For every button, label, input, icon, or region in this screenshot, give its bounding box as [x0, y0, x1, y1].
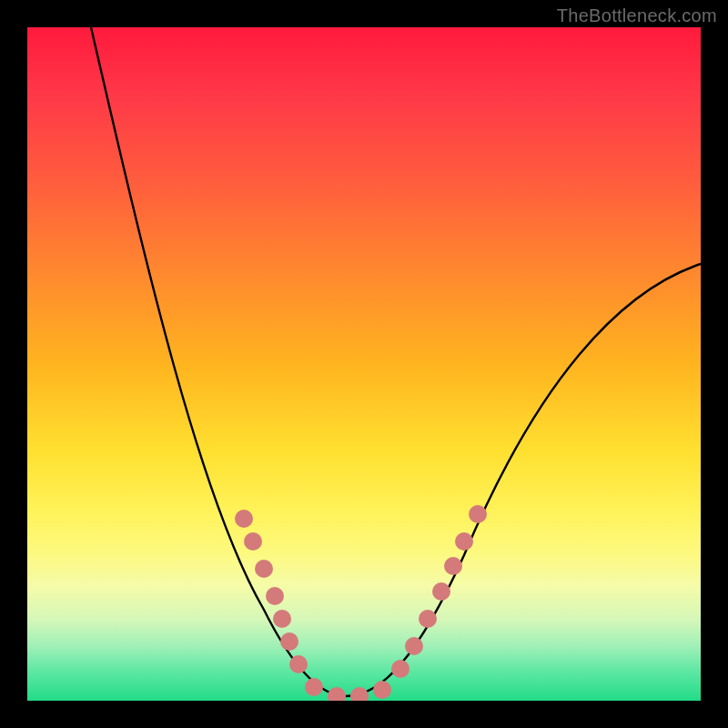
curve-marker: [305, 678, 323, 696]
curve-marker: [405, 637, 423, 655]
curve-marker: [432, 582, 450, 601]
curve-marker: [235, 510, 253, 528]
curve-marker: [255, 560, 273, 578]
chart-frame: TheBottleneck.com: [0, 0, 728, 728]
curve-marker: [444, 557, 462, 575]
curve-marker: [280, 632, 298, 651]
curve-marker: [391, 660, 410, 678]
curve-marker: [266, 587, 284, 605]
curve-marker: [273, 610, 291, 628]
curve-marker: [469, 505, 487, 523]
curve-marker: [455, 532, 473, 551]
bottleneck-curve: [91, 27, 701, 696]
curve-marker: [289, 655, 308, 673]
curve-markers: [235, 505, 487, 701]
curve-marker: [373, 681, 391, 699]
curve-marker: [328, 687, 346, 701]
watermark-label: TheBottleneck.com: [557, 5, 717, 26]
curve-marker: [419, 610, 437, 628]
curve-layer: [27, 27, 701, 701]
plot-area: [27, 27, 701, 701]
curve-marker: [350, 687, 369, 701]
curve-marker: [244, 532, 262, 551]
